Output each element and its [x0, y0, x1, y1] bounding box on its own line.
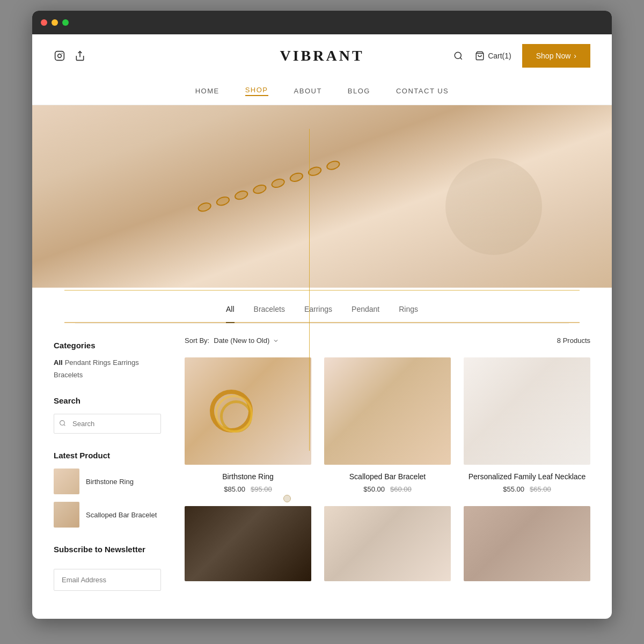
product-prices-necklace: $55.00 $65.00 — [464, 485, 590, 493]
dot-yellow[interactable] — [52, 19, 58, 26]
search-icon[interactable] — [452, 50, 464, 62]
svg-rect-0 — [55, 52, 64, 61]
product-prices-bracelet: $50.00 $60.00 — [324, 485, 451, 493]
product-name-bracelet: Scalloped Bar Bracelet — [324, 472, 451, 481]
newsletter-section: Subscribe to Newsletter — [54, 545, 161, 591]
product-card-necklace[interactable]: Personalized Family Leaf Necklace $55.00… — [464, 357, 590, 493]
hero-image — [32, 105, 612, 288]
sort-left: Sort By: Date (New to Old) — [185, 336, 279, 345]
svg-point-4 — [455, 52, 461, 58]
nav-blog[interactable]: BLOG — [348, 87, 370, 95]
site-logo: VIBRANT — [280, 47, 364, 64]
necklace-img — [464, 357, 590, 465]
hero-circle-decor — [445, 158, 542, 255]
product-card-ring[interactable]: Birthstone Ring $85.00 $95.00 — [185, 357, 311, 493]
price-original-bracelet: $60.00 — [390, 485, 412, 493]
dot-red[interactable] — [41, 19, 47, 26]
nav-home[interactable]: HOME — [195, 87, 219, 95]
price-current-necklace: $55.00 — [503, 485, 524, 493]
cat-bracelets[interactable]: Bracelets — [54, 371, 83, 379]
svg-point-1 — [58, 54, 62, 58]
earring-img — [324, 506, 451, 581]
shop-now-arrow: › — [574, 52, 576, 60]
latest-item-ring[interactable]: Birthstone Ring — [54, 469, 161, 494]
email-input[interactable] — [54, 569, 161, 591]
product-grid-bottom — [185, 506, 590, 589]
hero-banner — [32, 105, 612, 288]
sort-select[interactable]: Date (New to Old) — [214, 336, 279, 345]
sidebar: Categories All Pendant Rings Earrings Br… — [54, 324, 172, 619]
cat-rings[interactable]: Rings — [93, 358, 111, 367]
filter-pendant[interactable]: Pendant — [352, 305, 379, 323]
product-image-earring — [324, 506, 451, 581]
search-icon-inner — [59, 420, 66, 428]
product-image-necklace — [464, 357, 590, 465]
svg-point-2 — [62, 53, 63, 54]
svg-point-7 — [60, 420, 65, 425]
header-right: Cart(1) Shop Now › — [452, 44, 590, 68]
latest-title: Latest Product — [54, 451, 161, 460]
cat-pendant[interactable]: Pendant — [65, 358, 91, 367]
thumb-bracelet-img — [54, 502, 79, 528]
latest-products-section: Latest Product Birthstone Ring Scalloped… — [54, 451, 161, 528]
filter-bracelets[interactable]: Bracelets — [254, 305, 285, 323]
cat-earrings[interactable]: Earrings — [113, 358, 138, 367]
price-original-ring: $95.00 — [251, 485, 272, 493]
sort-bar: Sort By: Date (New to Old) 8 Products — [185, 336, 590, 345]
thumb-ring-img — [54, 469, 79, 494]
bracelet-img — [324, 357, 451, 465]
instagram-icon[interactable] — [54, 50, 65, 62]
nav-contact[interactable]: CONTACT US — [396, 87, 449, 95]
product-image-bracelet — [324, 357, 451, 465]
product-card-chain[interactable] — [185, 506, 311, 589]
browser-bar — [32, 11, 612, 34]
shop-now-label: Shop Now — [536, 52, 571, 60]
filter-all[interactable]: All — [226, 305, 235, 323]
latest-item-bracelet[interactable]: Scalloped Bar Bracelet — [54, 502, 161, 528]
product-image-ring — [185, 357, 311, 465]
bracelet-decoration — [197, 159, 341, 213]
browser-window: VIBRANT Cart(1) Shop Now — [32, 11, 612, 619]
nav-about[interactable]: ABOUT — [294, 87, 322, 95]
latest-ring-name: Birthstone Ring — [86, 478, 134, 486]
share-icon[interactable] — [74, 50, 86, 62]
sort-value: Date (New to Old) — [214, 336, 269, 345]
latest-thumb-bracelet — [54, 502, 79, 528]
cart-button[interactable]: Cart(1) — [475, 51, 511, 61]
latest-thumb-ring — [54, 469, 79, 494]
svg-line-5 — [460, 57, 462, 59]
search-section: Search — [54, 396, 161, 434]
dot-green[interactable] — [62, 19, 69, 26]
product-image-chain — [185, 506, 311, 581]
pendant-img — [464, 506, 590, 581]
product-grid: Birthstone Ring $85.00 $95.00 Scallope — [185, 357, 590, 493]
product-name-ring: Birthstone Ring — [185, 472, 311, 481]
sort-label: Sort By: — [185, 336, 209, 345]
product-card-pendant[interactable] — [464, 506, 590, 589]
product-area: Sort By: Date (New to Old) 8 Products — [172, 324, 590, 619]
chain-img — [185, 506, 311, 581]
price-current-ring: $85.00 — [224, 485, 245, 493]
header-left — [54, 50, 86, 62]
price-current-bracelet: $50.00 — [363, 485, 385, 493]
filter-earrings[interactable]: Earrings — [304, 305, 332, 323]
nav-bar: HOME SHOP ABOUT BLOG CONTACT US — [54, 77, 590, 105]
latest-bracelet-name: Scalloped Bar Bracelet — [86, 511, 157, 519]
product-card-earring[interactable] — [324, 506, 451, 589]
filter-tabs: All Bracelets Earrings Pendant Rings — [75, 288, 569, 324]
filter-rings[interactable]: Rings — [399, 305, 418, 323]
shop-now-button[interactable]: Shop Now › — [522, 44, 590, 68]
nav-shop[interactable]: SHOP — [245, 86, 268, 96]
newsletter-title: Subscribe to Newsletter — [54, 545, 161, 554]
products-count: 8 Products — [557, 336, 590, 345]
main-content: Categories All Pendant Rings Earrings Br… — [32, 324, 612, 619]
search-input[interactable] — [54, 414, 161, 434]
price-original-necklace: $65.00 — [530, 485, 551, 493]
categories-title: Categories — [54, 341, 161, 350]
product-card-bracelet[interactable]: Scalloped Bar Bracelet $50.00 $60.00 — [324, 357, 451, 493]
svg-line-8 — [64, 425, 65, 426]
product-prices-ring: $85.00 $95.00 — [185, 485, 311, 493]
cat-all[interactable]: All — [54, 358, 63, 367]
product-name-necklace: Personalized Family Leaf Necklace — [464, 472, 590, 481]
site-header: VIBRANT Cart(1) Shop Now — [32, 34, 612, 105]
